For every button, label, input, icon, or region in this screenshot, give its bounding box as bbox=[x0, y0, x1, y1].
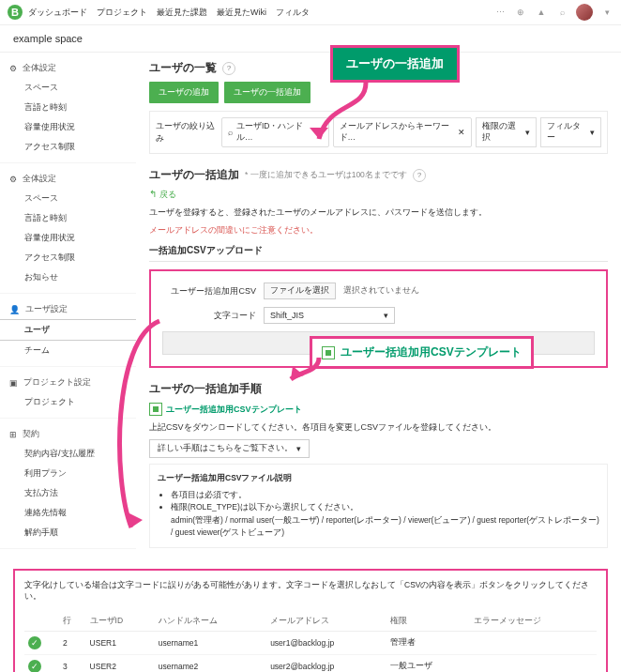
col-handle: ハンドルネーム bbox=[155, 612, 266, 632]
user-list-title: ユーザの一覧 bbox=[149, 60, 217, 76]
bulk-note-warning: メールアドレスの間違いにご注意ください。 bbox=[149, 224, 608, 237]
annotation-arrow-3 bbox=[281, 353, 328, 390]
filter-label: ユーザの絞り込み bbox=[156, 120, 218, 145]
tag-icon: ⊞ bbox=[9, 430, 17, 439]
encoding-select[interactable]: Shift_JIS▾ bbox=[264, 307, 395, 324]
gear-icon: ⚙ bbox=[9, 175, 17, 184]
bulk-subtitle: * 一度に追加できるユーザは100名までです bbox=[245, 170, 407, 181]
chevron-down-icon: ▾ bbox=[296, 444, 301, 453]
nav-recent-issues[interactable]: 最近見た課題 bbox=[157, 7, 207, 19]
search-icon[interactable]: ⌕ bbox=[555, 6, 568, 19]
cell-handle: username2 bbox=[155, 654, 266, 672]
role-select[interactable]: 権限の選択▾ bbox=[476, 117, 537, 147]
nav-dashboard[interactable]: ダッシュボード bbox=[28, 7, 87, 19]
cell-role: 一般ユーザ bbox=[386, 654, 470, 672]
topbar: B ダッシュボード プロジェクト 最近見た課題 最近見たWiki フィルタ ⋯ … bbox=[0, 0, 621, 25]
steps-section: ユーザの一括追加手順 ユーザー括追加用CSVテンプレート 上記CSVをダウンロー… bbox=[149, 381, 608, 548]
nav-recent-wiki[interactable]: 最近見たWiki bbox=[217, 7, 266, 19]
top-nav: ダッシュボード プロジェクト 最近見た課題 最近見たWiki フィルタ bbox=[28, 7, 310, 19]
col-row: 行 bbox=[59, 612, 86, 632]
bell-icon[interactable]: ▲ bbox=[535, 6, 548, 19]
chevron-down-icon: ▾ bbox=[384, 311, 388, 320]
csv-preview-card: 文字化けしている場合は文字コードに誤りがある可能性があります。文字コードを選択し… bbox=[13, 569, 608, 672]
file-select-button[interactable]: ファイルを選択 bbox=[264, 283, 336, 299]
table-row: ✓3USER2username2user2@backlog.jp一般ユーザ bbox=[24, 654, 597, 672]
sidebar-item-usage[interactable]: 容量使用状況 bbox=[0, 117, 136, 137]
cell-mail: user1@backlog.jp bbox=[266, 631, 386, 654]
row-check-icon[interactable]: ✓ bbox=[28, 660, 41, 672]
user-icon: 👤 bbox=[9, 305, 20, 314]
cell-role: 管理者 bbox=[386, 631, 470, 654]
annotation-arrow-2 bbox=[84, 312, 178, 546]
add-user-button[interactable]: ユーザの追加 bbox=[149, 82, 219, 103]
csv-template-link[interactable]: ユーザー括追加用CSVテンプレート bbox=[149, 403, 608, 416]
cell-error bbox=[470, 654, 597, 672]
space-name: example space bbox=[0, 25, 621, 53]
csv-desc-bullet2: 権限(ROLE_TYPE)は以下から選択してください。admin(管理者) / … bbox=[171, 501, 599, 540]
col-role: 権限 bbox=[386, 612, 470, 632]
help-icon[interactable]: ? bbox=[222, 62, 235, 75]
filter-button[interactable]: フィルター▾ bbox=[540, 117, 601, 147]
app-logo[interactable]: B bbox=[8, 5, 23, 20]
gear-icon: ⚙ bbox=[9, 64, 17, 73]
plus-icon[interactable]: ⊕ bbox=[514, 6, 527, 19]
table-note: 文字化けしている場合は文字コードに誤りがある可能性があります。文字コードを選択し… bbox=[24, 580, 597, 603]
sidebar-head-global2[interactable]: ⚙全体設定 bbox=[0, 169, 136, 189]
cell-row: 3 bbox=[59, 654, 86, 672]
sidebar-item-space[interactable]: スペース bbox=[0, 78, 136, 98]
col-userid: ユーザID bbox=[86, 612, 155, 632]
file-none-text: 選択されていません bbox=[343, 285, 419, 297]
help-icon[interactable]: ? bbox=[413, 169, 426, 182]
sidebar-item-access2[interactable]: アクセス制限 bbox=[0, 248, 136, 267]
sidebar-item-lang[interactable]: 言語と時刻 bbox=[0, 98, 136, 117]
cell-userid: USER2 bbox=[86, 654, 155, 672]
sidebar-item-space2[interactable]: スペース bbox=[0, 189, 136, 208]
nav-filter[interactable]: フィルタ bbox=[276, 7, 310, 19]
col-error: エラーメッセージ bbox=[470, 612, 597, 632]
bulk-note1: ユーザを登録すると、登録されたユーザのメールアドレスに、パスワードを送信します。 bbox=[149, 206, 608, 219]
sidebar-head-global1[interactable]: ⚙全体設定 bbox=[0, 58, 136, 78]
col-check bbox=[24, 612, 59, 632]
csv-desc-box: ユーザー括追加用CSVファイル説明 各項目は必須です。 権限(ROLE_TYPE… bbox=[149, 464, 608, 548]
steps-desc: 上記CSVをダウンロードしてください。各項目を変更しCSVファイルを登録してくだ… bbox=[149, 421, 608, 434]
cell-row: 2 bbox=[59, 631, 86, 654]
csv-label: ユーザー括追加用CSV bbox=[162, 285, 256, 298]
box-icon: ▣ bbox=[9, 378, 18, 388]
back-link[interactable]: 戻る bbox=[159, 190, 176, 199]
table-row: ✓2USER1username1user1@backlog.jp管理者 bbox=[24, 631, 597, 654]
cell-userid: USER1 bbox=[86, 631, 155, 654]
csv-desc-head: ユーザー括追加用CSVファイル説明 bbox=[158, 472, 599, 485]
sidebar-item-access[interactable]: アクセス制限 bbox=[0, 137, 136, 157]
nav-project[interactable]: プロジェクト bbox=[97, 7, 147, 19]
csv-desc-bullet1: 各項目は必須です。 bbox=[171, 489, 599, 502]
chevron-down-icon[interactable]: ▾ bbox=[600, 6, 613, 19]
sidebar-item-usage2[interactable]: 容量使用状況 bbox=[0, 228, 136, 248]
upload-heading: 一括追加CSVアップロード bbox=[149, 244, 608, 262]
annotation-arrow-1 bbox=[281, 73, 394, 167]
row-check-icon[interactable]: ✓ bbox=[28, 636, 41, 649]
csv-preview-table: 行 ユーザID ハンドルネーム メールアドレス 権限 エラーメッセージ ✓2US… bbox=[24, 612, 597, 672]
cell-mail: user2@backlog.jp bbox=[266, 654, 386, 672]
cell-error bbox=[470, 631, 597, 654]
sidebar-item-lang2[interactable]: 言語と時刻 bbox=[0, 208, 136, 228]
sidebar-item-news[interactable]: お知らせ bbox=[0, 267, 136, 287]
col-mail: メールアドレス bbox=[266, 612, 386, 632]
back-arrow-icon: ↰ bbox=[149, 189, 159, 199]
cell-handle: username1 bbox=[155, 631, 266, 654]
more-icon[interactable]: ⋯ bbox=[493, 6, 507, 19]
callout-csv-template: ユーザー括追加用CSVテンプレート bbox=[310, 336, 534, 369]
bulk-add-title: ユーザの一括追加 bbox=[149, 167, 239, 183]
avatar[interactable] bbox=[576, 4, 593, 21]
